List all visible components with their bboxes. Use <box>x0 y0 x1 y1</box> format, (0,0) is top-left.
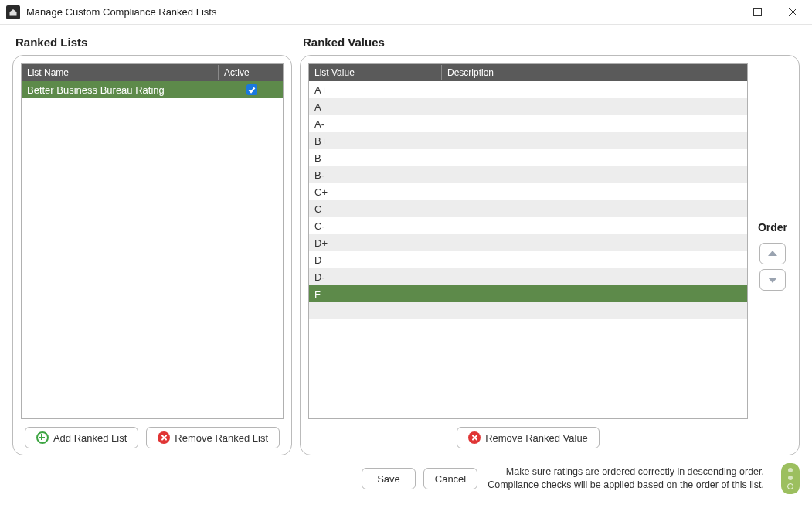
table-row[interactable]: D+ <box>309 234 747 251</box>
help-line-2: Compliance checks will be applied based … <box>487 479 764 492</box>
cell-description <box>442 258 747 261</box>
help-line-1: Make sure ratings are ordered correctly … <box>487 465 764 479</box>
col-list-value[interactable]: List Value <box>309 65 442 80</box>
table-row[interactable]: F <box>309 285 747 302</box>
remove-icon <box>158 431 170 444</box>
add-ranked-list-button[interactable]: Add Ranked List <box>25 427 138 448</box>
cell-list-value: A <box>309 100 442 114</box>
cell-list-value: C- <box>309 219 442 234</box>
cell-description <box>442 190 747 193</box>
table-row[interactable]: B+ <box>309 132 747 149</box>
cell-list-value: B+ <box>309 134 442 148</box>
table-row[interactable]: C+ <box>309 183 747 200</box>
app-icon <box>6 5 20 19</box>
table-row[interactable]: A+ <box>309 81 747 98</box>
window-controls <box>704 1 810 24</box>
ranked-lists-body[interactable]: Better Business Bureau Rating <box>22 81 283 418</box>
remove-ranked-value-button[interactable]: Remove Ranked Value <box>457 427 600 448</box>
remove-ranked-list-button[interactable]: Remove Ranked List <box>146 427 280 448</box>
cell-list-value: D+ <box>309 236 442 251</box>
cell-list-value: A+ <box>309 83 442 97</box>
cell-description <box>442 275 747 278</box>
table-row[interactable]: C- <box>309 217 747 234</box>
footer-help-text: Make sure ratings are ordered correctly … <box>487 465 764 492</box>
ranked-values-heading: Ranked Values <box>300 34 800 55</box>
order-controls: Order <box>754 63 791 448</box>
table-row[interactable]: A <box>309 98 747 115</box>
cell-list-value: D- <box>309 270 442 285</box>
ranked-lists-heading: Ranked Lists <box>12 34 292 55</box>
add-icon <box>36 431 49 444</box>
move-down-button[interactable] <box>759 269 786 291</box>
cancel-button[interactable]: Cancel <box>423 468 477 489</box>
cell-description <box>442 241 747 244</box>
cell-list-value: C+ <box>309 185 442 199</box>
ranked-values-body[interactable]: A+AA-B+BB-C+CC-D+DD-F <box>309 81 747 418</box>
minimize-button[interactable] <box>704 1 739 24</box>
cell-list-value: B- <box>309 168 442 182</box>
cell-list-value: C <box>309 202 442 216</box>
close-button[interactable] <box>775 1 810 24</box>
status-indicator-icon[interactable] <box>781 463 800 494</box>
ranked-lists-panel: Ranked Lists List Name Active Better Bus… <box>12 34 292 455</box>
cell-description <box>442 156 747 159</box>
table-row[interactable]: C <box>309 200 747 217</box>
cell-list-value: A- <box>309 117 442 131</box>
remove-ranked-value-label: Remove Ranked Value <box>485 432 588 444</box>
ranked-values-buttons: Remove Ranked Value <box>308 425 748 448</box>
cell-list-value: D <box>309 253 442 268</box>
footer-buttons: Save Cancel <box>362 468 477 489</box>
titlebar: Manage Custom Compliance Ranked Lists <box>0 0 812 25</box>
ranked-values-header: List Value Description <box>309 64 747 81</box>
window-title: Manage Custom Compliance Ranked Lists <box>26 6 704 18</box>
cell-active[interactable] <box>219 83 265 97</box>
cell-description <box>442 88 747 91</box>
cell-description <box>442 105 747 108</box>
order-label: Order <box>758 221 787 234</box>
table-row[interactable]: D <box>309 251 747 268</box>
cell-description <box>442 207 747 210</box>
cell-description <box>442 224 747 227</box>
maximize-button[interactable] <box>739 1 775 24</box>
ranked-values-panel: Ranked Values List Value Description A+A… <box>300 34 800 455</box>
ranked-lists-group: List Name Active Better Business Bureau … <box>12 55 292 455</box>
cell-description <box>442 173 747 176</box>
main-content: Ranked Lists List Name Active Better Bus… <box>0 25 812 462</box>
svg-rect-1 <box>753 9 761 16</box>
table-row[interactable]: B <box>309 149 747 166</box>
remove-ranked-list-label: Remove Ranked List <box>175 432 268 444</box>
cell-description <box>442 139 747 142</box>
cell-description <box>442 292 747 295</box>
table-row[interactable]: Better Business Bureau Rating <box>22 81 283 98</box>
ranked-values-group: List Value Description A+AA-B+BB-C+CC-D+… <box>300 55 800 455</box>
ranked-lists-table[interactable]: List Name Active Better Business Bureau … <box>21 63 284 419</box>
table-row[interactable]: D- <box>309 268 747 285</box>
remove-icon <box>468 431 481 444</box>
save-button[interactable]: Save <box>362 468 416 489</box>
add-ranked-list-label: Add Ranked List <box>53 432 127 444</box>
table-row[interactable]: B- <box>309 166 747 183</box>
cell-list-value: F <box>309 287 442 302</box>
col-list-name[interactable]: List Name <box>22 65 219 80</box>
cell-description <box>442 122 747 125</box>
footer: Save Cancel Make sure ratings are ordere… <box>0 462 812 502</box>
ranked-lists-buttons: Add Ranked List Remove Ranked List <box>21 425 284 448</box>
col-description[interactable]: Description <box>442 65 747 80</box>
move-up-button[interactable] <box>759 243 786 264</box>
ranked-values-table[interactable]: List Value Description A+AA-B+BB-C+CC-D+… <box>308 63 748 419</box>
cell-list-name: Better Business Bureau Rating <box>22 83 219 97</box>
cell-list-value: B <box>309 151 442 165</box>
table-row[interactable]: A- <box>309 115 747 132</box>
col-active[interactable]: Active <box>219 65 265 80</box>
ranked-lists-header: List Name Active <box>22 64 283 81</box>
table-row-empty <box>309 302 747 319</box>
checkbox-checked-icon[interactable] <box>246 84 257 95</box>
